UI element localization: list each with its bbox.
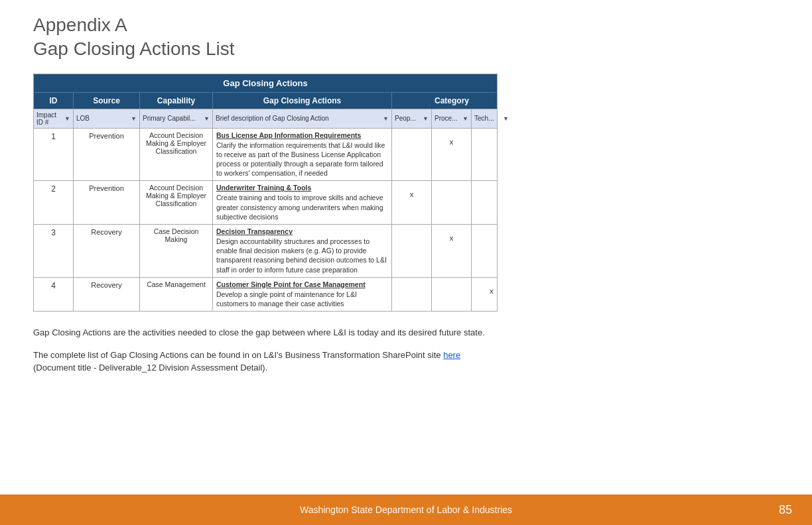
- filter-arrow-impact: ▼: [64, 115, 70, 122]
- col-header-actions: Gap Closing Actions: [213, 93, 392, 109]
- page-title: Appendix A Gap Closing Actions List: [33, 13, 779, 62]
- filter-tech[interactable]: Tech... ▼: [472, 109, 511, 128]
- col-header-row: ID Source Capability Gap Closing Actions…: [34, 92, 497, 109]
- table-row: 2 Prevention Account Decision Making & E…: [34, 180, 497, 224]
- filter-arrow-process: ▼: [462, 115, 468, 122]
- table-row: 4 Recovery Case Management Customer Sing…: [34, 277, 497, 311]
- row3-id: 3: [34, 225, 74, 277]
- row4-tech: x: [472, 278, 511, 311]
- title-line2: Gap Closing Actions List: [33, 37, 779, 61]
- col-header-id: ID: [34, 93, 74, 109]
- row4-action-desc: Develop a single point of maintenance fo…: [216, 290, 357, 308]
- row2-action-desc: Create training and tools to improve ski…: [216, 194, 383, 220]
- row3-tech: [472, 225, 511, 277]
- description2: The complete list of Gap Closing Actions…: [33, 349, 779, 375]
- page-container: Appendix A Gap Closing Actions List Gap …: [0, 0, 812, 525]
- row4-people: [392, 278, 432, 311]
- col-header-category: Category: [392, 93, 511, 109]
- filter-row: Impact ID # ▼ LOB ▼ Primary Capabil... ▼…: [34, 109, 497, 128]
- row4-action-title: Customer Single Point for Case Managemen…: [216, 280, 388, 288]
- desc2-after-link: (Document title - Deliverable_12 Divisio…: [33, 363, 267, 373]
- filter-arrow-tech: ▼: [503, 115, 509, 122]
- row1-action-title: Bus License App Information Requirements: [216, 131, 388, 139]
- filter-arrow-lob: ▼: [131, 115, 137, 122]
- row4-action: Customer Single Point for Case Managemen…: [213, 278, 392, 311]
- row3-action-desc: Design accountability structures and pro…: [216, 237, 387, 274]
- footer-page-number: 85: [779, 503, 792, 517]
- row4-process: [432, 278, 472, 311]
- row1-source: Prevention: [74, 129, 140, 181]
- row4-id: 4: [34, 278, 74, 311]
- row1-action: Bus License App Information Requirements…: [213, 129, 392, 181]
- filter-arrow-desc: ▼: [383, 115, 389, 122]
- here-link[interactable]: here: [443, 350, 460, 360]
- row2-action: Underwriter Training & Tools Create trai…: [213, 181, 392, 224]
- footer-text: Washington State Department of Labor & I…: [300, 504, 512, 515]
- row3-process: x: [432, 225, 472, 277]
- filter-capability[interactable]: Primary Capabil... ▼: [140, 109, 213, 128]
- filter-lob[interactable]: LOB ▼: [74, 109, 140, 128]
- col-header-source: Source: [74, 93, 140, 109]
- title-line1: Appendix A: [33, 13, 779, 37]
- row4-capability: Case Management: [140, 278, 213, 311]
- filter-impact-id[interactable]: Impact ID # ▼: [34, 109, 74, 128]
- row1-process: x: [432, 129, 472, 181]
- gap-closing-table: Gap Closing Actions ID Source Capability…: [33, 74, 498, 312]
- row1-people: [392, 129, 432, 181]
- description1: Gap Closing Actions are the activities n…: [33, 326, 779, 339]
- table-row: 3 Recovery Case Decision Making Decision…: [34, 224, 497, 277]
- row2-id: 2: [34, 181, 74, 224]
- table-body: 1 Prevention Account Decision Making & E…: [34, 128, 497, 311]
- row3-source: Recovery: [74, 225, 140, 277]
- row3-capability: Case Decision Making: [140, 225, 213, 277]
- row3-action: Decision Transparency Design accountabil…: [213, 225, 392, 277]
- row4-source: Recovery: [74, 278, 140, 311]
- desc2-before-link: The complete list of Gap Closing Actions…: [33, 350, 443, 360]
- row2-tech: [472, 181, 511, 224]
- row2-source: Prevention: [74, 181, 140, 224]
- row2-people: x: [392, 181, 432, 224]
- row3-people: [392, 225, 432, 277]
- footer-bar: Washington State Department of Labor & I…: [0, 495, 812, 525]
- col-header-capability: Capability: [140, 93, 213, 109]
- row1-capability: Account Decision Making & Employer Class…: [140, 129, 213, 181]
- filter-people[interactable]: Peop... ▼: [392, 109, 432, 128]
- row2-process: [432, 181, 472, 224]
- filter-brief-desc[interactable]: Brief description of Gap Closing Action …: [213, 109, 392, 128]
- filter-arrow-capability: ▼: [204, 115, 210, 122]
- filter-arrow-people: ▼: [423, 115, 429, 122]
- table-row: 1 Prevention Account Decision Making & E…: [34, 128, 497, 181]
- row2-capability: Account Decision Making & Employer Class…: [140, 181, 213, 224]
- filter-process[interactable]: Proce... ▼: [432, 109, 472, 128]
- row1-id: 1: [34, 129, 74, 181]
- row3-action-title: Decision Transparency: [216, 227, 388, 235]
- row2-action-title: Underwriter Training & Tools: [216, 184, 388, 192]
- row1-action-desc: Clarify the information requirements tha…: [216, 141, 385, 178]
- content-area: Appendix A Gap Closing Actions List Gap …: [0, 0, 812, 375]
- row1-tech: [472, 129, 511, 181]
- table-super-header: Gap Closing Actions: [34, 74, 497, 92]
